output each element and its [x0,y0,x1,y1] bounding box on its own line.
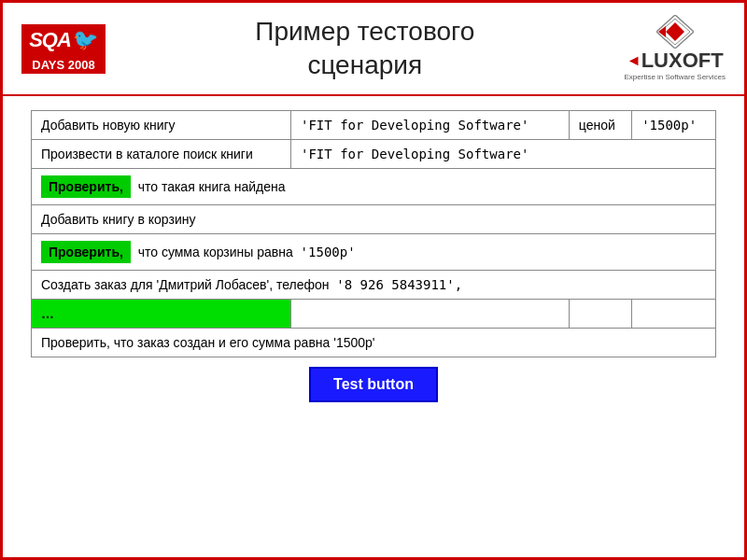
svg-marker-4 [658,26,666,37]
sqa-logo: SQA 🐦 DAYS 2008 [21,24,106,74]
table-cell: Добавить новую книгу [32,111,291,140]
table-cell [290,300,569,329]
oft-text: OFT [683,49,724,73]
sqa-text: SQA [29,28,71,52]
table-row: Проверить, что такая книга найдена [32,169,716,205]
table-cell: Проверить, что сумма корзины равна '1500… [32,234,716,271]
table-row: Проверить, что заказ создан и его сумма … [32,329,716,357]
table-cell: 'FIT for Developing Software' [290,111,569,140]
test-button[interactable]: Test button [309,367,438,402]
table-cell: Добавить книгу в корзину [32,205,716,234]
table-cell: 'FIT for Developing Software' [290,140,715,169]
table-row: Создать заказ для 'Дмитрий Лобасев', тел… [32,271,716,300]
table-cell: Проверить, что такая книга найдена [32,169,716,205]
luxoft-tagline: Expertise in Software Services [625,73,726,82]
table-row: Добавить новую книгу 'FIT for Developing… [32,111,716,140]
svg-marker-2 [666,22,684,41]
header: SQA 🐦 DAYS 2008 Пример тестового сценари… [3,3,744,96]
luxoft-diamond-icon [656,15,694,49]
button-row: Test button [31,357,716,407]
table-cell-green: … [32,300,291,329]
table-row: Добавить книгу в корзину [32,205,716,234]
check-highlight: Проверить, [41,175,131,198]
table-row: Произвести в каталоге поиск книги 'FIT f… [32,140,716,169]
lux-text: LUX [641,49,683,73]
table-cell: Произвести в каталоге поиск книги [32,140,291,169]
table-cell: Проверить, что заказ создан и его сумма … [32,329,716,357]
table-cell: '1500р' [632,111,716,140]
table-cell [569,300,631,329]
scenario-table: Добавить новую книгу 'FIT for Developing… [31,110,716,357]
lux-arrows-icon: ◄ [627,52,641,69]
main-content: Добавить новую книгу 'FIT for Developing… [3,96,744,557]
table-cell [632,300,716,329]
luxoft-brand: ◄ LUX OFT [627,49,724,73]
table-row: … [32,300,716,329]
table-cell: Создать заказ для 'Дмитрий Лобасев', тел… [32,271,716,300]
check-highlight: Проверить, [41,241,131,263]
luxoft-logo: ◄ LUX OFT Expertise in Software Services [625,15,726,82]
days-label: DAYS 2008 [21,56,106,74]
slide: SQA 🐦 DAYS 2008 Пример тестового сценари… [0,0,747,560]
slide-title: Пример тестового сценария [106,15,625,83]
table-cell: ценой [569,111,631,140]
table-row: Проверить, что сумма корзины равна '1500… [32,234,716,271]
sqa-bird-icon: 🐦 [73,28,98,52]
